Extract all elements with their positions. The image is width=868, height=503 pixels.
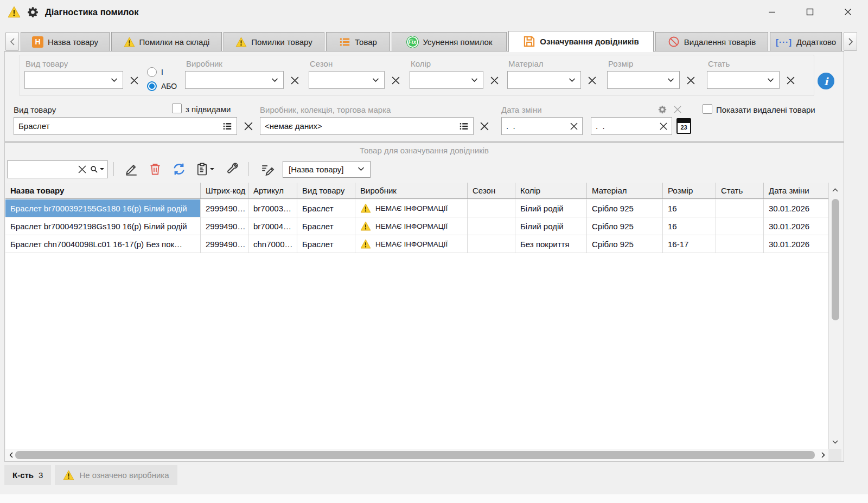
filter-gender-clear-button[interactable]	[784, 73, 797, 87]
col-maker[interactable]: Виробник	[355, 183, 468, 198]
table-row[interactable]: Браслет br7000392155Gs180 16(р) Білий ро…	[5, 199, 828, 217]
tab-product[interactable]: Товар	[326, 32, 390, 51]
col-gender[interactable]: Стать	[716, 183, 764, 198]
filter-size-clear-button[interactable]	[684, 73, 697, 87]
cell-name[interactable]: Браслет chn70040098Lc01 16-17(р) Без пок…	[5, 235, 201, 253]
bulk-edit-button[interactable]	[254, 160, 280, 178]
cell-gender[interactable]	[716, 199, 764, 217]
cell-name[interactable]: Браслет br7000392155Gs180 16(р) Білий ро…	[5, 199, 201, 217]
cell-article[interactable]: br70004…	[248, 217, 297, 235]
cell-barcode[interactable]: 2999490…	[201, 235, 248, 253]
cell-material[interactable]: Срібло 925	[587, 235, 663, 253]
cell-season[interactable]	[468, 199, 515, 217]
col-barcode[interactable]: Штрих-код	[201, 183, 248, 198]
filter-size-select[interactable]	[607, 71, 680, 89]
calendar-button[interactable]: 23	[676, 118, 691, 134]
cell-size[interactable]: 16	[663, 199, 716, 217]
filter-color-select[interactable]	[410, 71, 483, 89]
horizontal-scrollbar[interactable]	[5, 449, 828, 461]
tabs-scroll-right-button[interactable]	[844, 32, 857, 51]
cell-size[interactable]: 16-17	[663, 235, 716, 253]
cell-color[interactable]: Без покриття	[515, 235, 587, 253]
date-from-clear-icon[interactable]	[570, 122, 578, 130]
search-clear-icon[interactable]	[78, 165, 86, 173]
filter-kind-select[interactable]	[24, 71, 123, 89]
tab-warehouse-errors[interactable]: Помилки на складі	[111, 32, 222, 51]
maker-clear-button[interactable]	[478, 119, 491, 133]
cell-material[interactable]: Срібло 925	[587, 217, 663, 235]
edit-button[interactable]	[119, 160, 143, 178]
scroll-up-icon[interactable]	[830, 184, 841, 195]
col-name[interactable]: Назва товару	[5, 183, 201, 198]
col-color[interactable]: Колір	[515, 183, 587, 198]
cell-season[interactable]	[468, 235, 515, 253]
date-clear-all-button[interactable]	[671, 102, 684, 117]
tab-delete-products[interactable]: Видалення товарів	[655, 32, 768, 51]
date-from-input[interactable]	[506, 121, 567, 131]
table-row[interactable]: Браслет br7000492198Gs190 16(р) Білий ро…	[5, 217, 828, 235]
maximize-button[interactable]	[791, 0, 829, 24]
scroll-right-icon[interactable]	[818, 450, 828, 461]
cell-color[interactable]: Білий родій	[515, 217, 587, 235]
kind-input[interactable]	[18, 121, 219, 131]
tab-product-errors[interactable]: Помилки товару	[224, 32, 324, 51]
cell-color[interactable]: Білий родій	[515, 199, 587, 217]
filter-material-clear-button[interactable]	[585, 73, 598, 87]
vertical-scrollbar[interactable]	[828, 183, 841, 449]
col-changed[interactable]: Дата зміни	[764, 183, 828, 198]
filter-gender-select[interactable]	[707, 71, 780, 89]
cell-name[interactable]: Браслет br7000492198Gs190 16(р) Білий ро…	[5, 217, 201, 235]
cell-changed[interactable]: 30.01.2026	[764, 199, 828, 217]
filter-season-clear-button[interactable]	[389, 73, 402, 87]
cell-season[interactable]	[468, 217, 515, 235]
subkinds-checkbox[interactable]	[172, 104, 182, 113]
cell-article[interactable]: chn7000…	[248, 235, 297, 253]
clipboard-button[interactable]	[191, 160, 219, 178]
cell-size[interactable]: 16	[663, 217, 716, 235]
cell-changed[interactable]: 30.01.2026	[764, 235, 828, 253]
kind-clear-button[interactable]	[242, 119, 255, 133]
tools-wrench-button[interactable]	[219, 160, 243, 178]
table-row[interactable]: Браслет chn70040098Lc01 16-17(р) Без пок…	[5, 235, 828, 253]
cell-kind[interactable]: Браслет	[297, 217, 355, 235]
delete-button[interactable]	[143, 160, 167, 178]
col-material[interactable]: Матеріал	[587, 183, 663, 198]
cell-gender[interactable]	[716, 217, 764, 235]
cell-kind[interactable]: Браслет	[297, 235, 355, 253]
col-article[interactable]: Артикул	[248, 183, 297, 198]
cell-maker[interactable]: НЕМАЄ ІНФОРМАЦІЇ	[355, 217, 468, 235]
close-button[interactable]	[829, 0, 867, 24]
col-size[interactable]: Розмір	[663, 183, 716, 198]
cell-maker[interactable]: НЕМАЄ ІНФОРМАЦІЇ	[355, 235, 468, 253]
list-picker-icon[interactable]	[222, 121, 232, 131]
minimize-button[interactable]	[753, 0, 791, 24]
vertical-scroll-thumb[interactable]	[832, 199, 839, 320]
cell-material[interactable]: Срібло 925	[587, 199, 663, 217]
maker-input[interactable]	[265, 121, 456, 131]
tabs-scroll-left-button[interactable]	[5, 32, 19, 51]
tab-product-name[interactable]: H Назва товару	[21, 32, 110, 51]
filter-kind-clear-button[interactable]	[127, 73, 141, 87]
search-input[interactable]	[11, 165, 75, 174]
cell-article[interactable]: br70003…	[248, 199, 297, 217]
col-kind[interactable]: Вид товару	[297, 183, 355, 198]
col-season[interactable]: Сезон	[468, 183, 515, 198]
filter-maker-select[interactable]	[185, 71, 284, 89]
scroll-down-icon[interactable]	[830, 436, 841, 447]
date-settings-gear-icon[interactable]	[656, 102, 669, 117]
cell-kind[interactable]: Браслет	[297, 199, 355, 217]
cell-barcode[interactable]: 2999490…	[201, 199, 248, 217]
cell-maker[interactable]: НЕМАЄ ІНФОРМАЦІЇ	[355, 199, 468, 217]
filter-maker-clear-button[interactable]	[288, 73, 301, 87]
cell-changed[interactable]: 30.01.2026	[764, 217, 828, 235]
cell-barcode[interactable]: 2999490…	[201, 217, 248, 235]
filter-color-clear-button[interactable]	[488, 73, 501, 87]
filter-season-select[interactable]	[309, 71, 385, 89]
info-icon[interactable]: i	[818, 73, 834, 89]
date-to-clear-icon[interactable]	[660, 122, 667, 130]
list-picker-icon[interactable]	[459, 121, 469, 131]
tab-fix-errors[interactable]: Fix Усунення помилок	[392, 32, 507, 51]
tab-reference-marking[interactable]: Означування довідників	[508, 31, 654, 52]
view-mode-select[interactable]: [Назва товару]	[283, 161, 371, 178]
show-deleted-checkbox[interactable]	[703, 104, 712, 114]
